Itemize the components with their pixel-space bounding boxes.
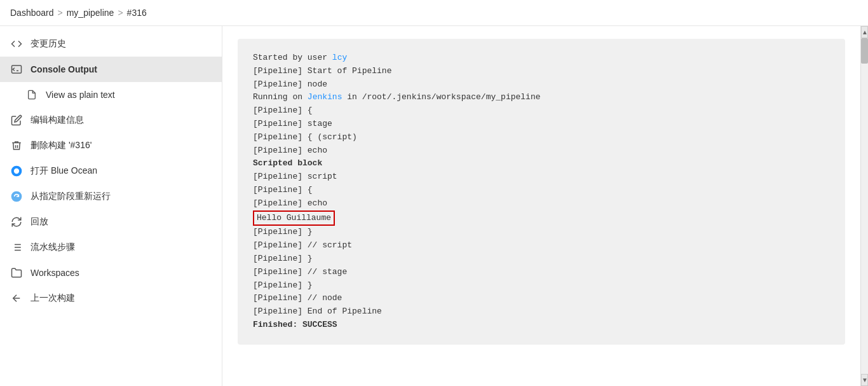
restart-icon [10,190,23,203]
sidebar-label-blue-ocean: 打开 Blue Ocean [31,165,97,177]
user-link[interactable]: lcy [332,53,347,62]
sidebar-item-blue-ocean[interactable]: 打开 Blue Ocean [0,158,222,184]
blue-ocean-icon [10,165,23,177]
sidebar-label-restart-stage: 从指定阶段重新运行 [31,191,111,202]
breadcrumb-sep-2: > [118,8,123,18]
sidebar-item-prev-build[interactable]: 上一次构建 [0,286,222,311]
sidebar-item-view-plain-text[interactable]: View as plain text [0,82,222,107]
steps-icon [10,241,23,254]
scrollbar-thumb[interactable] [861,38,868,64]
sidebar-label-console-output: Console Output [31,64,97,74]
sidebar-label-workspaces: Workspaces [31,268,79,278]
edit-icon [10,114,23,127]
sidebar-item-edit-build[interactable]: 编辑构建信息 [0,107,222,133]
scrollbar-arrow-down[interactable]: ▼ [861,374,868,386]
console-line-21: Finished: SUCCESS [253,319,830,332]
replay-icon [10,216,23,228]
console-line-3: [Pipeline] node [253,78,830,92]
console-line-7: [Pipeline] { (script) [253,131,830,144]
document-icon [25,88,38,101]
console-line-20: [Pipeline] End of Pipeline [253,305,830,319]
arrow-left-icon [10,292,23,305]
breadcrumb-build: #316 [127,8,147,18]
sidebar-item-workspaces[interactable]: Workspaces [0,260,222,286]
console-line-12: [Pipeline] echo [253,197,830,210]
sidebar-label-pipeline-steps: 流水线步骤 [31,242,75,253]
terminal-icon [10,63,23,76]
sidebar: 变更历史 Console Output View as plain tex [0,26,222,386]
console-line-15: [Pipeline] // script [253,239,830,252]
console-line-11: [Pipeline] { [253,184,830,197]
svg-point-3 [14,169,19,174]
breadcrumb-sep-1: > [58,8,63,18]
breadcrumb: Dashboard > my_pipeline > #316 [0,0,868,26]
console-line-18: [Pipeline] } [253,279,830,293]
console-line-2: [Pipeline] Start of Pipeline [253,65,830,78]
console-line-10: [Pipeline] script [253,170,830,184]
sidebar-label-replay: 回放 [31,216,48,228]
sidebar-item-pipeline-steps[interactable]: 流水线步骤 [0,235,222,260]
console-line-17: [Pipeline] // stage [253,266,830,279]
folder-icon [10,266,23,279]
sidebar-item-delete-build[interactable]: 删除构建 '#316' [0,133,222,158]
code-icon [10,38,23,50]
scrollbar-arrow-up[interactable]: ▲ [861,26,868,38]
sidebar-item-restart-stage[interactable]: 从指定阶段重新运行 [0,184,222,209]
jenkins-link[interactable]: Jenkins [308,92,342,102]
console-line-1: Started by user lcy [253,52,830,65]
console-line-14: [Pipeline] } [253,226,830,239]
console-content: Started by user lcy [Pipeline] Start of … [222,26,860,386]
trash-icon [10,139,23,152]
sidebar-label-view-plain-text: View as plain text [46,90,115,100]
console-line-19: [Pipeline] // node [253,292,830,305]
console-line-5: [Pipeline] { [253,104,830,118]
console-line-16: [Pipeline] } [253,252,830,266]
sidebar-item-console-output[interactable]: Console Output [0,57,222,82]
sidebar-item-replay[interactable]: 回放 [0,209,222,235]
console-output-box: Started by user lcy [Pipeline] Start of … [238,39,845,345]
console-line-8: [Pipeline] echo [253,144,830,158]
sidebar-label-edit-build: 编辑构建信息 [31,114,84,126]
console-line-13: Hello Guillaume [253,210,830,226]
breadcrumb-dashboard[interactable]: Dashboard [10,8,54,18]
breadcrumb-pipeline[interactable]: my_pipeline [67,8,114,18]
right-scrollbar[interactable]: ▲ ▼ [860,26,868,386]
console-line-6: [Pipeline] stage [253,118,830,131]
sidebar-label-delete-build: 删除构建 '#316' [31,140,92,151]
hello-guillaume-highlight: Hello Guillaume [253,210,335,226]
console-line-9: Scripted block [253,157,830,170]
sidebar-item-change-history[interactable]: 变更历史 [0,31,222,57]
sidebar-label-prev-build: 上一次构建 [31,293,75,304]
console-line-4: Running on Jenkins in /root/.jenkins/wor… [253,91,830,104]
sidebar-label-change-history: 变更历史 [31,38,66,50]
